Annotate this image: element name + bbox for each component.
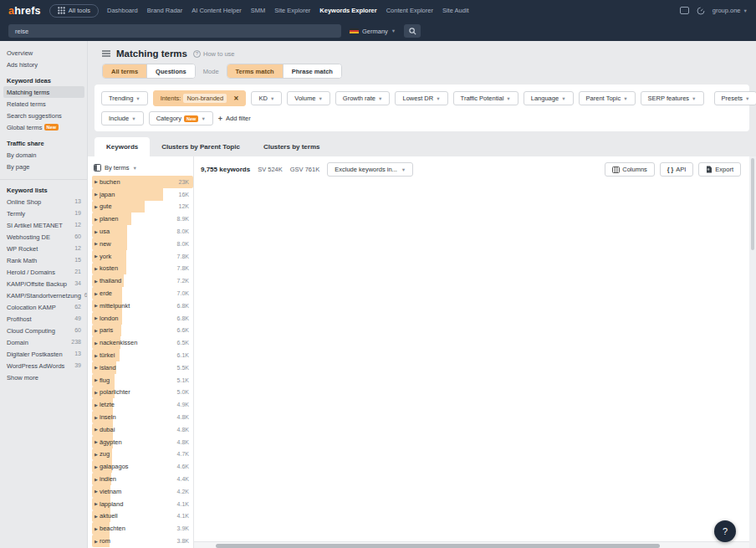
sidebar-item-overview[interactable]: Overview <box>7 47 81 59</box>
filter-traffic-potential[interactable]: Traffic Potential▼ <box>453 91 518 105</box>
nav-item-site-audit[interactable]: Site Audit <box>442 7 469 14</box>
keyword-list-item[interactable]: WP Rocket12 <box>7 243 81 254</box>
term-row[interactable]: ▶inseln4.8K <box>92 411 193 423</box>
sidebar-item-by-domain[interactable]: By domain <box>7 149 81 161</box>
nav-item-dashboard[interactable]: Dashboard <box>107 7 138 14</box>
sidebar-item-search-suggestions[interactable]: Search suggestions <box>7 110 81 121</box>
term-row[interactable]: ▶türkei6.1K <box>92 349 193 361</box>
keyword-list-item[interactable]: Colocation KAMP62 <box>7 301 81 313</box>
keyword-list-item[interactable]: Online Shop13 <box>7 196 81 207</box>
tab-terms-match[interactable]: Terms match <box>227 64 283 78</box>
show-more-link[interactable]: Show more <box>7 371 81 383</box>
nav-item-content-explorer[interactable]: Content Explorer <box>386 7 433 14</box>
exclude-keywords-dropdown[interactable]: Exclude keywords in...▼ <box>327 162 413 177</box>
search-input[interactable]: reise <box>8 24 341 38</box>
keyword-list-item[interactable]: KAMP/Standortvernetzung62 <box>7 289 81 301</box>
remove-filter-icon[interactable]: ✕ <box>229 95 238 102</box>
term-row[interactable]: ▶galapagos4.6K <box>92 460 193 473</box>
term-row[interactable]: ▶paris6.6K <box>92 325 193 337</box>
tab-all-terms[interactable]: All terms <box>103 64 146 78</box>
filter-serp-features[interactable]: SERP features▼ <box>641 91 704 105</box>
filter-intents-active[interactable]: Intents:Non-branded✕ <box>153 90 247 106</box>
term-row[interactable]: ▶london6.8K <box>92 312 193 325</box>
nav-item-site-explorer[interactable]: Site Explorer <box>274 7 310 14</box>
keyword-list-item[interactable]: Digitaler Postkasten13 <box>7 348 81 360</box>
term-row[interactable]: ▶polarlichter5.0K <box>92 387 193 399</box>
keyword-list-item[interactable]: Profihost49 <box>7 313 81 325</box>
search-submit-button[interactable] <box>404 24 421 38</box>
keyword-list-item[interactable]: WordPress AdWords39 <box>7 360 81 371</box>
tab-phrase-match[interactable]: Phrase match <box>283 64 341 78</box>
nav-item-brand-radar[interactable]: Brand Radar <box>147 7 183 14</box>
filter-kd[interactable]: KD▼ <box>251 91 282 105</box>
term-row[interactable]: ▶zug4.7K <box>92 448 193 461</box>
all-tools-button[interactable]: All tools <box>49 4 99 18</box>
nav-item-smm[interactable]: SMM <box>251 7 266 14</box>
apps-icon[interactable] <box>680 7 689 14</box>
filter-trending[interactable]: Trending▼ <box>101 91 148 105</box>
add-filter-button[interactable]: +Add filter <box>218 115 251 123</box>
filter-include[interactable]: Include▼ <box>101 111 144 125</box>
term-row[interactable]: ▶dubai4.8K <box>92 423 193 436</box>
collapse-sidebar-icon[interactable] <box>102 50 110 57</box>
filter-volume[interactable]: Volume▼ <box>287 91 329 105</box>
country-selector[interactable]: Germany ▼ <box>346 28 399 35</box>
filter-lowest-dr[interactable]: Lowest DR▼ <box>395 91 447 105</box>
filter-language[interactable]: Language▼ <box>524 91 574 105</box>
help-button[interactable]: ? <box>714 520 736 542</box>
how-to-use-link[interactable]: ?How to use <box>193 50 235 58</box>
keyword-list-item[interactable]: Cloud Computing60 <box>7 325 81 336</box>
horizontal-scrollbar-thumb[interactable] <box>216 544 660 548</box>
sidebar-item-global-terms[interactable]: Global terms New <box>7 121 81 133</box>
keyword-list-item[interactable]: SI Artikel METANET12 <box>7 219 81 231</box>
sidebar-item-by-page[interactable]: By page <box>7 161 81 172</box>
term-row[interactable]: ▶york7.8K <box>92 250 193 263</box>
keyword-list-item[interactable]: Rank Math15 <box>7 254 81 266</box>
term-row[interactable]: ▶usa8.0K <box>92 225 193 238</box>
account-menu[interactable]: group.one▼ <box>713 7 748 14</box>
vertical-scrollbar[interactable] <box>749 156 756 548</box>
usage-gauge-icon[interactable] <box>697 7 705 15</box>
tab-questions[interactable]: Questions <box>146 64 195 78</box>
term-row[interactable]: ▶beachten3.9K <box>92 522 193 535</box>
sidebar-item-matching-terms[interactable]: Matching terms <box>3 86 84 98</box>
keyword-list-item[interactable]: Webhosting DE60 <box>7 231 81 243</box>
vertical-scrollbar-thumb[interactable] <box>751 158 754 250</box>
api-button[interactable]: { }API <box>660 162 694 177</box>
tab-keywords[interactable]: Keywords <box>94 137 150 156</box>
keyword-list-item[interactable]: Termly19 <box>7 207 81 219</box>
term-row[interactable]: ▶planen8.9K <box>92 213 193 225</box>
term-row[interactable]: ▶mittelpunkt6.8K <box>92 300 193 312</box>
term-row[interactable]: ▶gute12K <box>92 201 193 213</box>
term-row[interactable]: ▶letzte4.9K <box>92 398 193 411</box>
filter-growth-rate[interactable]: Growth rate▼ <box>335 91 391 105</box>
columns-button[interactable]: Columns <box>605 162 655 177</box>
term-row[interactable]: ▶rom3.8K <box>92 535 193 547</box>
sidebar-item-related-terms[interactable]: Related terms <box>7 98 81 110</box>
term-row[interactable]: ▶new8.0K <box>92 238 193 250</box>
tab-clusters-by-parent-topic[interactable]: Clusters by Parent Topic <box>150 137 252 156</box>
tab-clusters-by-terms[interactable]: Clusters by terms <box>252 137 332 156</box>
export-button[interactable]: Export <box>698 162 741 177</box>
ahrefs-logo[interactable]: ahrefs <box>8 5 41 17</box>
filter-category[interactable]: CategoryNew▼ <box>149 111 213 125</box>
term-row[interactable]: ▶thailand7.2K <box>92 274 193 287</box>
term-row[interactable]: ▶buchen23K <box>92 176 193 188</box>
filter-presets[interactable]: Presets▼ <box>714 91 756 105</box>
term-row[interactable]: ▶indien4.4K <box>92 473 193 485</box>
term-row[interactable]: ▶erde7.0K <box>92 287 193 300</box>
keyword-list-item[interactable]: KAMP/Offsite Backup34 <box>7 278 81 289</box>
nav-item-keywords-explorer[interactable]: Keywords Explorer <box>319 7 376 14</box>
term-row[interactable]: ▶vietnam4.2K <box>92 485 193 498</box>
term-row[interactable]: ▶flug5.1K <box>92 374 193 387</box>
keyword-list-item[interactable]: Domain238 <box>7 336 81 348</box>
by-terms-dropdown[interactable]: By terms ▼ <box>88 159 193 176</box>
sidebar-item-ads-history[interactable]: Ads history <box>7 59 81 70</box>
keyword-list-item[interactable]: Herold / Domains21 <box>7 266 81 278</box>
term-row[interactable]: ▶island5.5K <box>92 361 193 374</box>
filter-parent-topic[interactable]: Parent Topic▼ <box>579 91 636 105</box>
term-row[interactable]: ▶nackenkissen6.5K <box>92 336 193 349</box>
term-row[interactable]: ▶kosten7.8K <box>92 263 193 275</box>
term-row[interactable]: ▶aktuell4.1K <box>92 510 193 523</box>
term-row[interactable]: ▶ägypten4.8K <box>92 436 193 448</box>
